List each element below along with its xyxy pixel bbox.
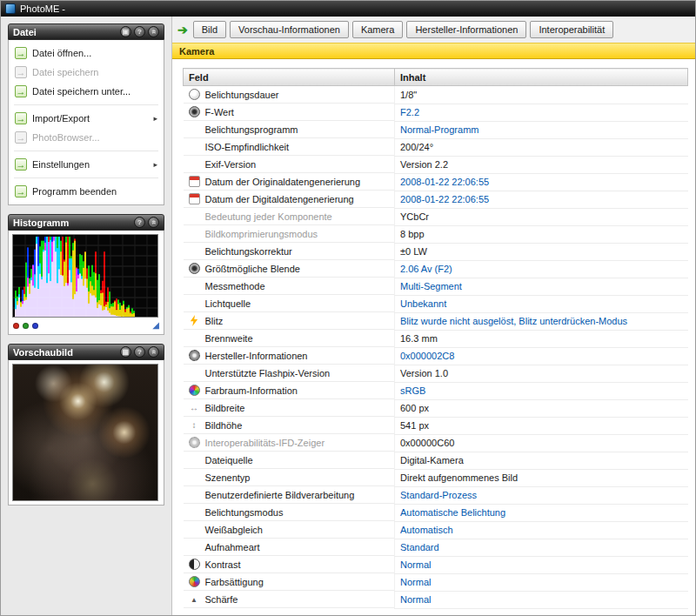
green-channel-dot[interactable] [23,323,29,329]
field-cell: Bildkomprimierungsmodus [184,225,395,243]
table-row[interactable]: Bedeutung jeder KomponenteYCbCr [184,208,688,225]
table-row[interactable]: BelichtungsprogrammNormal-Programm [184,121,688,138]
table-row[interactable]: Hersteller-Informationen0x000002C8 [184,347,688,365]
field-value[interactable]: Normal [395,573,688,591]
table-row[interactable]: AufnahmeartStandard [184,539,688,556]
field-name: Kontrast [205,559,241,570]
preview-panel-title: Vorschaubild [13,347,117,358]
table-row[interactable]: Brennweite16.3 mm [184,330,688,347]
field-value[interactable]: Automatisch [395,521,688,539]
table-row[interactable]: Bildbreite600 px [184,399,688,417]
column-header-inhalt[interactable]: Inhalt [395,69,688,86]
image-icon[interactable] [120,346,131,358]
tab-hersteller-informationen[interactable]: Hersteller-Informationen [406,21,526,38]
table-row[interactable]: Benutzerdefinierte BildverarbeitungStand… [184,486,688,504]
field-name: Größtmögliche Blende [205,264,300,274]
table-row[interactable]: Datum der Digitaldatengenerierung2008-01… [184,191,688,208]
table-row[interactable]: Belichtungskorrektur±0 LW [184,243,688,260]
table-row[interactable]: SchärfeNormal [184,591,688,608]
field-value[interactable]: Multi-Segment [395,278,688,295]
help-icon[interactable] [134,346,145,358]
field-value[interactable]: 2008-01-22 22:06:55 [395,191,688,208]
table-row[interactable]: WeißabgleichAutomatisch [184,521,688,539]
blue-channel-dot[interactable] [32,323,38,329]
table-row[interactable]: DateiquelleDigital-Kamera [184,452,688,469]
menu-item-datei-ffnen[interactable]: Datei öffnen... [10,44,162,63]
field-name: Farbraum-Information [205,385,298,396]
menu-item-einstellungen[interactable]: Einstellungen [10,155,162,174]
table-row[interactable]: Größtmögliche Blende2.06 Av (F2) [184,260,688,278]
field-name: Bildhöhe [205,420,243,431]
app-icon [5,3,16,14]
histogram-panel: Histogramm [8,214,164,335]
field-value[interactable]: Unbekannt [395,295,688,312]
preview-image[interactable] [12,364,158,501]
field-cell: Belichtungsmodus [184,504,395,521]
table-row[interactable]: MessmethodeMulti-Segment [184,278,688,295]
field-value: ±0 LW [395,243,688,260]
table-row[interactable]: KontrastNormal [184,556,688,573]
table-row[interactable]: Exif-VersionVersion 2.2 [184,156,688,173]
tab-interoperabilit-t[interactable]: Interoperabilität [530,21,613,38]
table-row[interactable]: Interoperabilitäts-IFD-Zeiger0x00000C60 [184,434,688,452]
width-icon [189,402,200,413]
menu-item-import-export[interactable]: Import/Export [10,109,162,128]
field-value[interactable]: 2.06 Av (F2) [395,260,688,278]
table-row[interactable]: SzenentypDirekt aufgenommenes Bild [184,469,688,486]
field-value[interactable]: Standard [395,539,688,556]
file-panel-header: Datei [8,23,164,40]
field-value[interactable]: Normal-Programm [395,121,688,138]
copy-icon[interactable] [120,26,131,37]
help-icon[interactable] [134,26,145,37]
gear-icon [189,437,200,448]
menu-item-programm-beenden[interactable]: Programm beenden [10,182,162,201]
field-value[interactable]: Normal [395,591,688,608]
collapse-icon[interactable] [148,217,159,228]
tab-vorschau-informationen[interactable]: Vorschau-Informationen [230,21,349,38]
table-row[interactable]: BlitzBlitz wurde nicht ausgelöst, Blitz … [184,312,688,330]
tab-bild[interactable]: Bild [193,21,226,38]
field-value[interactable]: 0x000002C8 [395,347,688,365]
table-row[interactable]: FarbsättigungNormal [184,573,688,591]
field-cell: Benutzerdefinierte Bildverarbeitung [184,486,395,504]
table-row[interactable]: Farbraum-InformationsRGB [184,382,688,399]
green-arrow-icon [15,131,27,144]
help-icon[interactable] [134,217,145,228]
titlebar[interactable]: PhotoME - [1,1,695,17]
resize-corner-icon[interactable] [152,321,159,330]
field-value: 541 px [395,417,688,434]
tab-kamera[interactable]: Kamera [352,21,404,38]
table-row[interactable]: Bildhöhe541 px [184,417,688,434]
menu-item-datei-speichern-unter[interactable]: Datei speichern unter... [10,82,162,101]
table-row[interactable]: Unterstützte Flashpix-VersionVersion 1.0 [184,365,688,382]
table-row[interactable]: ISO-Empfindlichkeit200/24° [184,138,688,156]
field-cell: ISO-Empfindlichkeit [184,138,395,156]
menu-item-label: Datei speichern [32,67,98,77]
column-header-feld[interactable]: Feld [184,69,395,86]
menu-item-photobrowser: PhotoBrowser... [10,128,162,147]
collapse-icon[interactable] [148,346,159,358]
collapse-icon[interactable] [148,26,159,37]
field-name: Interoperabilitäts-IFD-Zeiger [205,438,325,448]
field-value[interactable]: Blitz wurde nicht ausgelöst, Blitz unter… [395,312,688,330]
submenu-arrow-icon [153,114,157,123]
table-row[interactable]: LichtquelleUnbekannt [184,295,688,312]
green-arrow-icon [15,66,27,78]
table-row[interactable]: Bildkomprimierungsmodus8 bpp [184,225,688,243]
field-value[interactable]: Automatische Belichtung [395,504,688,521]
field-value[interactable]: Normal [395,556,688,573]
table-row[interactable]: F-WertF2.2 [184,104,688,121]
red-channel-dot[interactable] [13,323,19,329]
field-value[interactable]: sRGB [395,382,688,399]
field-value: 16.3 mm [395,330,688,347]
table-row[interactable]: Datum der Originaldatengenerierung2008-0… [184,173,688,191]
table-row[interactable]: BelichtungsmodusAutomatische Belichtung [184,504,688,521]
green-arrow-icon[interactable] [177,23,188,37]
table-header-row: Feld Inhalt [184,69,688,86]
field-cell: Unterstützte Flashpix-Version [184,365,395,382]
field-value[interactable]: 2008-01-22 22:06:55 [395,173,688,191]
field-value[interactable]: Standard-Prozess [395,486,688,504]
field-cell: Datum der Digitaldatengenerierung [184,191,395,208]
table-row[interactable]: Belichtungsdauer1/8" [184,86,688,104]
field-value[interactable]: F2.2 [395,104,688,121]
